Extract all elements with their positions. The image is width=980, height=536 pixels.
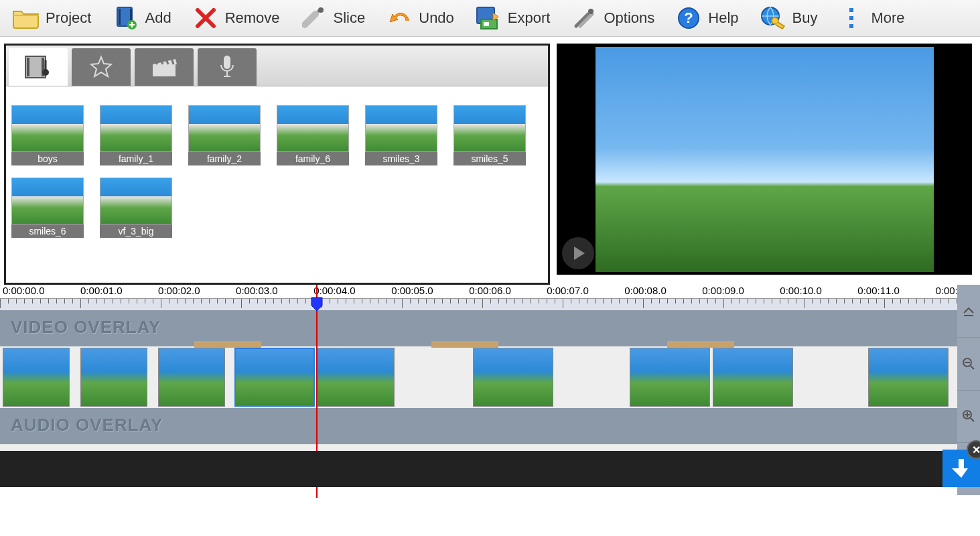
help-icon: ? — [675, 4, 703, 32]
slice-button[interactable]: Slice — [300, 4, 366, 32]
zoom-in-icon — [961, 409, 976, 423]
clip-label: family_1 — [100, 152, 172, 165]
timeline-segment[interactable] — [158, 348, 225, 407]
clip-label: family_6 — [277, 152, 349, 165]
tab-media[interactable] — [9, 48, 68, 86]
timeline: 0:00:00.0 0:00:01.0 0:00:02.0 0:00:03.0 … — [0, 285, 980, 451]
filmstrip-note-icon — [23, 54, 54, 80]
globe-key-icon — [759, 4, 787, 32]
clip-label: smiles_5 — [453, 152, 526, 165]
main-toolbar: Project Add Remove Slice Undo Export Opt… — [0, 0, 980, 37]
export-button[interactable]: Export — [474, 4, 551, 32]
svg-rect-15 — [849, 24, 853, 28]
clapboard-icon — [150, 56, 178, 78]
add-button[interactable]: Add — [111, 4, 171, 32]
media-library: boys family_1 family_2 family_6 smiles_3… — [4, 44, 550, 285]
remove-button[interactable]: Remove — [192, 4, 280, 32]
timeline-segment[interactable] — [630, 348, 710, 407]
clip-thumbnail — [188, 105, 261, 152]
bottom-bar: ✕ — [0, 451, 980, 487]
remove-x-icon — [192, 4, 220, 32]
undo-icon — [385, 4, 413, 32]
timeline-segment[interactable] — [713, 348, 793, 407]
video-track[interactable] — [0, 346, 980, 408]
audio-overlay-label: AUDIO OVERLAY — [0, 408, 980, 444]
clip-label: family_2 — [188, 152, 261, 165]
clip-label: boys — [11, 152, 84, 165]
more-dots-icon — [837, 4, 865, 32]
microphone-icon — [218, 54, 236, 80]
clip-item[interactable]: family_1 — [100, 105, 172, 165]
buy-button[interactable]: Buy — [759, 4, 818, 32]
svg-rect-17 — [27, 58, 29, 76]
clip-thumbnail — [100, 105, 172, 152]
library-tabs — [6, 46, 548, 86]
clip-label: smiles_3 — [365, 152, 437, 165]
star-icon — [89, 55, 113, 79]
timeline-segment[interactable] — [3, 348, 70, 407]
zoom-out-button[interactable] — [957, 338, 980, 391]
tools-icon — [570, 4, 598, 32]
add-media-icon — [111, 4, 139, 32]
svg-rect-13 — [849, 8, 853, 12]
svg-rect-14 — [849, 16, 853, 20]
preview-frame — [596, 47, 934, 272]
svg-point-19 — [42, 69, 49, 76]
transition-bar[interactable] — [194, 341, 261, 348]
clip-thumbnail — [11, 178, 84, 224]
more-button[interactable]: More — [837, 4, 904, 32]
arrow-icon — [961, 304, 976, 318]
folder-icon — [12, 4, 40, 32]
svg-rect-21 — [224, 56, 230, 69]
zoom-out-icon — [961, 356, 976, 371]
options-button[interactable]: Options — [570, 4, 654, 32]
help-button[interactable]: ? Help — [675, 4, 738, 32]
svg-point-8 — [588, 9, 593, 14]
clip-item[interactable]: smiles_6 — [11, 178, 84, 238]
clip-item[interactable]: boys — [11, 105, 84, 165]
clip-label: smiles_6 — [11, 224, 84, 238]
slice-icon — [300, 4, 328, 32]
svg-text:?: ? — [685, 9, 693, 26]
svg-rect-7 — [484, 22, 489, 26]
clip-item[interactable]: smiles_3 — [365, 105, 437, 165]
transition-bar[interactable] — [431, 341, 498, 348]
clip-thumbnail — [11, 105, 84, 152]
close-ad-button[interactable]: ✕ — [967, 440, 980, 459]
clip-label: vf_3_big — [100, 224, 172, 238]
tab-favorites[interactable] — [72, 48, 131, 86]
timeline-segment[interactable] — [473, 348, 553, 407]
timeline-segment[interactable] — [868, 348, 949, 407]
time-ticks[interactable] — [0, 298, 980, 310]
timeline-segment[interactable] — [80, 348, 147, 407]
undo-button[interactable]: Undo — [385, 4, 454, 32]
audio-track[interactable] — [0, 444, 980, 451]
clip-thumbnail — [453, 105, 526, 152]
clip-item[interactable]: vf_3_big — [100, 178, 172, 238]
download-button[interactable]: ✕ — [942, 450, 980, 487]
timeline-segment[interactable] — [318, 348, 395, 407]
transition-bar[interactable] — [667, 341, 734, 348]
svg-point-4 — [318, 7, 324, 13]
project-button[interactable]: Project — [12, 4, 91, 32]
clip-thumbnail — [365, 105, 437, 152]
zoom-in-button[interactable] — [957, 391, 980, 444]
clip-item[interactable]: family_6 — [277, 105, 349, 165]
clip-thumbnail — [100, 178, 172, 224]
clip-item[interactable]: family_2 — [188, 105, 261, 165]
svg-rect-20 — [153, 64, 176, 76]
play-button[interactable] — [562, 237, 594, 269]
tab-clapboard[interactable] — [135, 48, 194, 86]
svg-rect-1 — [119, 9, 121, 25]
export-icon — [474, 4, 502, 32]
timeline-segment[interactable] — [234, 348, 315, 407]
preview-panel — [557, 44, 972, 275]
content-area: boys family_1 family_2 family_6 smiles_3… — [0, 37, 980, 285]
clip-grid: boys family_1 family_2 family_6 smiles_3… — [6, 86, 548, 283]
download-arrow-icon — [952, 458, 971, 479]
clip-thumbnail — [277, 105, 349, 152]
tab-microphone[interactable] — [198, 48, 257, 86]
expand-track-button[interactable] — [957, 285, 980, 338]
time-ruler[interactable]: 0:00:00.0 0:00:01.0 0:00:02.0 0:00:03.0 … — [0, 285, 980, 298]
clip-item[interactable]: smiles_5 — [453, 105, 526, 165]
